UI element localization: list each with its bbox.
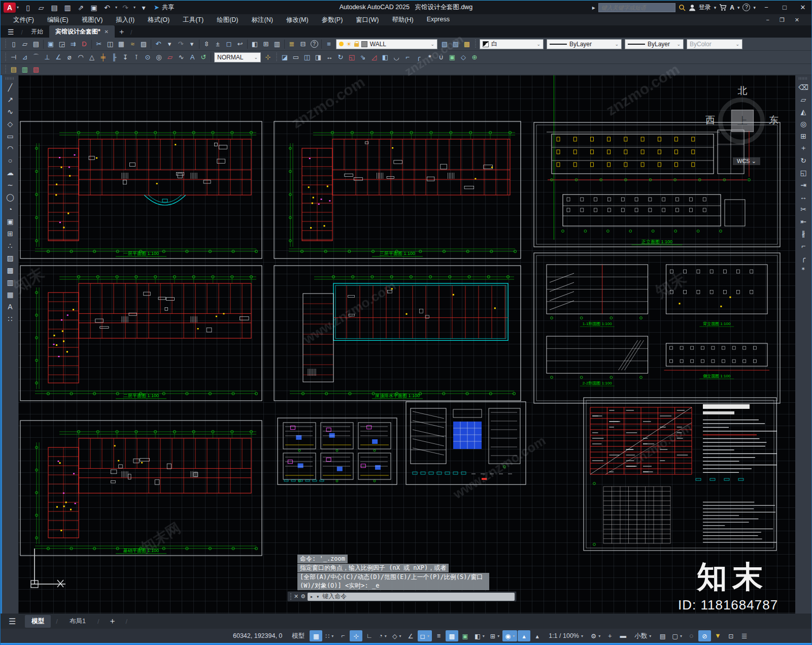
object-snap-tracking-toggle[interactable]: ∠: [404, 630, 417, 641]
color-dropdown-caret-icon[interactable]: ⌄: [536, 42, 540, 47]
dim-aligned-button[interactable]: ⊿: [19, 52, 30, 62]
window-close-button[interactable]: ✕: [795, 1, 810, 14]
redo-caret-icon[interactable]: ▾: [133, 5, 136, 10]
menu-2[interactable]: 编辑(E): [41, 16, 75, 24]
tab-close-icon[interactable]: ✕: [105, 29, 109, 35]
layer-merge-button[interactable]: ▧: [30, 64, 42, 75]
new-file-button[interactable]: ▯: [22, 2, 34, 13]
layer-panel-button[interactable]: ≡: [323, 39, 334, 49]
insert-block-tool[interactable]: ▣: [4, 215, 17, 228]
copy-tool[interactable]: ▱: [797, 93, 810, 106]
viewport-single-button[interactable]: ◧: [249, 39, 260, 49]
command-line-bar[interactable]: ✕ ⚙ ▸ ▾ 键入命令: [287, 591, 517, 602]
mirror-tool[interactable]: ◭: [797, 106, 810, 118]
move-tool[interactable]: ＋: [797, 142, 810, 154]
dim-break-button[interactable]: ↧: [120, 52, 131, 62]
dim-jogged-button[interactable]: △: [86, 52, 97, 62]
new-layout-button[interactable]: ＋: [109, 616, 117, 627]
linetype-dropdown[interactable]: ByLayer⌄: [547, 39, 622, 49]
window-minimize-button[interactable]: −: [759, 1, 774, 14]
tab-model[interactable]: 模型: [25, 615, 51, 628]
dim-baseline-button[interactable]: ╪: [97, 52, 109, 62]
toolbar-grip[interactable]: [474, 40, 477, 49]
clean-screen-toggle[interactable]: ⊡: [725, 630, 737, 641]
open-file-button[interactable]: ▱: [35, 2, 47, 13]
dim-update-button[interactable]: ↺: [198, 52, 209, 62]
pan-button[interactable]: ⇳: [201, 39, 212, 49]
gradient-tool[interactable]: ▩: [4, 264, 17, 276]
menu-4[interactable]: 插入(I): [109, 16, 141, 24]
ucs-icon-toggle-toggle[interactable]: ⊞▾: [488, 630, 502, 641]
layer-dropdown[interactable]: ☀WALL⌄: [336, 39, 437, 49]
export-button[interactable]: ⇗: [75, 2, 87, 13]
toolbar-grip[interactable]: [4, 65, 7, 74]
dim-continue-button[interactable]: ╟: [109, 52, 120, 62]
crosshair-toggle[interactable]: ＋: [603, 630, 616, 641]
linetype-dropdown-caret-icon[interactable]: ⌄: [615, 42, 619, 47]
tab-layout1[interactable]: 布局1: [63, 615, 92, 628]
sheet-elevations[interactable]: 正立面图 1:100: [533, 122, 781, 249]
help-search-input[interactable]: [598, 3, 675, 12]
dim-inspect-button[interactable]: ▱: [164, 52, 176, 62]
match-properties-button[interactable]: ≈: [127, 39, 138, 49]
show-lineweight-toggle[interactable]: ≡: [432, 630, 445, 641]
ellipse-tool[interactable]: ◯: [4, 191, 17, 203]
file-tab-menu-icon[interactable]: ☰: [8, 28, 14, 36]
sheet-sections[interactable]: 1-1剖面图 1:100背立面图 1:1002-2剖面图 1:100侧立面图 1…: [533, 252, 781, 406]
sheet-set-button[interactable]: ▨: [138, 39, 149, 49]
redo-button[interactable]: ↷: [175, 39, 186, 49]
plot-button[interactable]: ▣: [45, 39, 56, 49]
help-caret-icon[interactable]: ▾: [753, 5, 756, 10]
undo-button[interactable]: ↶: [153, 39, 164, 49]
zoom-previous-button[interactable]: ↩: [234, 39, 246, 49]
selection-cycling-toggle[interactable]: ▣: [459, 630, 471, 641]
customization-toggle[interactable]: ☰: [738, 630, 751, 641]
toolbar-grip[interactable]: [275, 53, 278, 62]
point-tool[interactable]: ∴: [4, 240, 17, 252]
help-icon[interactable]: ?: [742, 4, 750, 11]
doc-restore-button[interactable]: ❐: [780, 17, 785, 23]
polygon-tool[interactable]: ◇: [4, 118, 17, 130]
command-bar-grip[interactable]: [289, 593, 292, 600]
join-button[interactable]: ∪: [435, 52, 447, 62]
menu-8[interactable]: 标注(N): [245, 16, 280, 24]
sheet-plan-foundation[interactable]: 基础平面图 1:100: [20, 420, 262, 558]
open-file-button[interactable]: ▱: [19, 39, 30, 49]
annotation-visibility-toggle[interactable]: ▴: [518, 630, 530, 641]
quick-calc-button[interactable]: ⊟: [297, 39, 309, 49]
layer-make-current-button[interactable]: ▧: [439, 39, 450, 49]
undo-caret-icon[interactable]: ▾: [115, 5, 117, 10]
command-recent-caret-icon[interactable]: ▾: [316, 594, 319, 599]
construction-line-tool[interactable]: ↗: [4, 93, 17, 106]
infer-constraints-toggle[interactable]: ⌐: [336, 630, 349, 641]
rotate-button[interactable]: ↻: [335, 52, 346, 62]
help-button[interactable]: ?: [309, 39, 320, 49]
redo-caret-button[interactable]: ▾: [186, 39, 197, 49]
multiline-text-tool[interactable]: A: [4, 301, 17, 313]
menu-9[interactable]: 修改(M): [280, 16, 315, 24]
layer-isolate-button[interactable]: ▩: [461, 39, 472, 49]
autodesk-app-icon[interactable]: A: [730, 4, 734, 11]
sign-in-caret-icon[interactable]: ▾: [714, 5, 717, 10]
qat-overflow-button[interactable]: ▾: [138, 2, 150, 13]
command-input[interactable]: ▸ ▾ 键入命令: [308, 593, 515, 601]
tolerance-button[interactable]: ◎: [153, 52, 164, 62]
autocad-logo-icon[interactable]: A: [4, 3, 16, 13]
transparency-toggle[interactable]: ▩: [446, 630, 458, 641]
sheet-plan-3f[interactable]: 三层平面图 1:100: [274, 121, 521, 261]
extend-tool[interactable]: ⇤: [797, 215, 810, 228]
offset-tool[interactable]: ◎: [797, 118, 810, 130]
point-style-tool[interactable]: ∷: [4, 313, 17, 325]
trim-button[interactable]: ◿: [368, 52, 380, 62]
dim-style-manager-button[interactable]: ⊹: [262, 52, 274, 62]
dim-style-dropdown-caret-icon[interactable]: ⌄: [254, 55, 258, 60]
layer-properties-button[interactable]: ≣: [286, 39, 297, 49]
hatch-tool[interactable]: ▨: [4, 252, 17, 264]
chamfer-button[interactable]: ⌐: [402, 52, 413, 62]
paste-clip-button[interactable]: ▦: [116, 39, 127, 49]
menu-10[interactable]: 参数(P): [315, 16, 350, 24]
model-space-indicator[interactable]: 模型: [287, 630, 309, 641]
polyline-tool[interactable]: ∿: [4, 106, 17, 118]
dim-style-dropdown[interactable]: NORMAL⌄: [214, 52, 261, 62]
dim-center-mark-button[interactable]: ⊙: [142, 52, 153, 62]
